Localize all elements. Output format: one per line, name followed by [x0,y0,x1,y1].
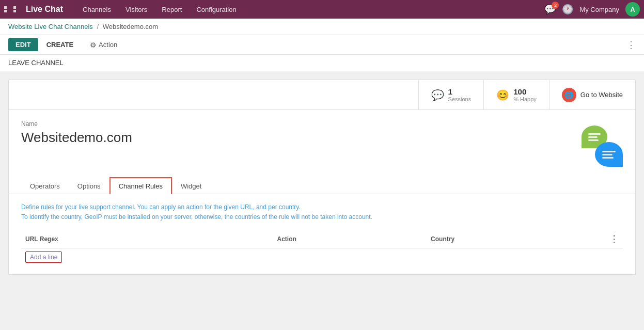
main-content: 💬 1 Sessions 😊 100 % Happy 🌐 Go to Websi… [0,71,644,283]
add-line-button[interactable]: Add a line [25,252,62,263]
menu-visitors[interactable]: Visitors [118,0,154,19]
topnav-right: 💬 2 🕐 My Company A [544,2,640,17]
tabs-row: Operators Options Channel Rules Widget [9,177,635,194]
col-header-action: Action [273,230,427,248]
leave-channel-bar: LEAVE CHANNEL [0,55,644,71]
col-header-options: ⋮ [605,230,623,248]
breadcrumb-parent[interactable]: Website Live Chat Channels [8,23,93,30]
form-area: Name Websitedemo.com [9,110,635,177]
app-grid-icon[interactable] [4,6,22,12]
clock-icon[interactable]: 🕐 [562,4,573,15]
table-options-icon[interactable]: ⋮ [609,234,619,244]
notifications-icon[interactable]: 💬 2 [544,4,556,15]
gear-icon: ⚙ [90,41,97,49]
form-left: Name Websitedemo.com [21,120,582,167]
topnav: Live Chat Channels Visitors Report Confi… [0,0,644,19]
happy-stat: 😊 100 % Happy [483,80,549,109]
happy-icon: 😊 [496,89,509,101]
tab-channel-rules[interactable]: Channel Rules [109,177,172,194]
sessions-icon: 💬 [431,89,444,101]
goto-website-label: Go to Website [580,91,623,99]
sessions-stat: 💬 1 Sessions [418,80,484,109]
col-header-country: Country [427,230,605,248]
record-card: 💬 1 Sessions 😊 100 % Happy 🌐 Go to Websi… [8,80,636,275]
stats-row: 💬 1 Sessions 😊 100 % Happy 🌐 Go to Websi… [9,80,635,110]
happy-label: % Happy [513,96,537,102]
info-line1: Define rules for your live support chann… [21,202,623,212]
menu-configuration[interactable]: Configuration [189,0,243,19]
create-button[interactable]: CREATE [42,38,77,51]
breadcrumb: Website Live Chat Channels / Websitedemo… [0,19,644,35]
notif-badge: 2 [552,2,559,9]
breadcrumb-separator: / [97,23,99,30]
name-label: Name [21,120,582,128]
company-name[interactable]: My Company [579,6,619,13]
chat-bubble-blue [595,142,623,167]
menu-channels[interactable]: Channels [75,0,118,19]
info-line2: To identify the country, GeoIP must be i… [21,212,623,222]
action-button[interactable]: ⚙ Action [90,41,117,49]
sessions-label: Sessions [448,96,472,102]
menu-report[interactable]: Report [154,0,189,19]
tab-options[interactable]: Options [69,177,109,194]
sessions-value: 1 [448,87,472,96]
goto-website-stat[interactable]: 🌐 Go to Website [549,80,635,109]
tab-widget[interactable]: Widget [172,177,210,194]
leave-channel-link[interactable]: LEAVE CHANNEL [8,59,64,67]
col-header-url-regex: URL Regex [21,230,273,248]
globe-icon: 🌐 [562,88,576,102]
tab-operators[interactable]: Operators [21,177,69,194]
action-bar: EDIT CREATE ⚙ Action ⋮ [0,35,644,55]
info-text: Define rules for your live support chann… [21,202,623,222]
top-menu: Channels Visitors Report Configuration [75,0,544,19]
name-value: Websitedemo.com [21,130,582,146]
avatar[interactable]: A [625,2,640,17]
rules-table: URL Regex Action Country ⋮ Add a line [21,230,623,266]
more-options-icon[interactable]: ⋮ [626,39,636,51]
app-logo: Live Chat [26,5,63,14]
channel-rules-content: Define rules for your live support chann… [9,194,635,274]
happy-value: 100 [513,87,537,96]
add-line-row: Add a line [21,248,623,266]
chat-logo [582,125,623,167]
breadcrumb-current: Websitedemo.com [103,23,158,30]
edit-button[interactable]: EDIT [8,38,38,51]
